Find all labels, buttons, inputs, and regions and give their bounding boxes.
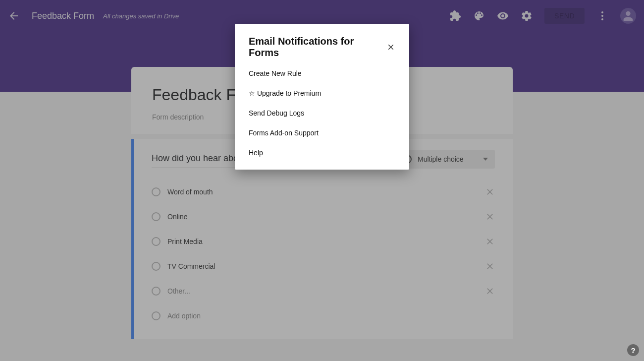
- popup-menu-item[interactable]: Create New Rule: [235, 63, 409, 83]
- popup-title: Email Notifications for Forms: [249, 36, 386, 59]
- help-icon[interactable]: ?: [627, 344, 639, 356]
- popup-menu-item[interactable]: Send Debug Logs: [235, 103, 409, 123]
- popup-menu-item[interactable]: Help: [235, 143, 409, 163]
- popup-menu-item[interactable]: Forms Add-on Support: [235, 123, 409, 143]
- close-icon[interactable]: [386, 43, 395, 52]
- addon-popup: Email Notifications for Forms Create New…: [235, 24, 409, 170]
- popup-menu-item[interactable]: ☆ Upgrade to Premium: [235, 83, 409, 103]
